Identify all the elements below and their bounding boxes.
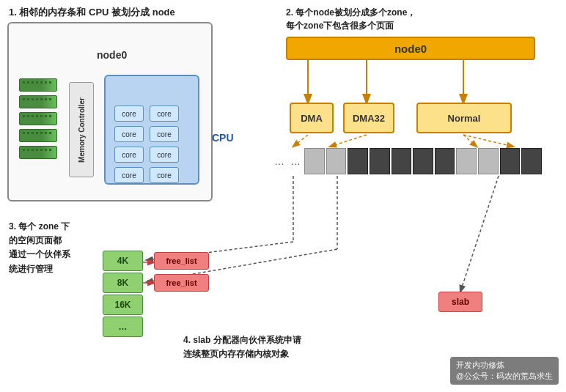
page-8: [456, 148, 477, 174]
cpu-label: CPU: [212, 132, 234, 144]
section3-label: 3. 每个 zone 下的空闲页面都通过一个伙伴系统进行管理: [9, 220, 70, 276]
page-3: [348, 148, 368, 174]
svg-line-11: [463, 135, 477, 147]
core-3: core: [114, 126, 144, 142]
core-5: core: [114, 147, 144, 163]
section2-label: 2. 每个node被划分成多个zone，每个zone下包含很多个页面: [286, 6, 416, 32]
page-11: [521, 148, 542, 174]
svg-line-9: [293, 135, 308, 147]
page-9: [478, 148, 499, 174]
mem-stick-4: [19, 129, 57, 142]
core-2: core: [150, 106, 179, 122]
pages-strip: … …: [271, 147, 543, 176]
svg-line-12: [463, 135, 513, 147]
page-1: [304, 148, 325, 174]
mem-stick-5: [19, 146, 57, 159]
mem-stick-2: [19, 95, 57, 108]
section1-label: 1. 相邻的内存条和 CPU 被划分成 node: [9, 6, 175, 19]
zone-dma32: DMA32: [343, 103, 394, 133]
zone-dma: DMA: [290, 103, 334, 133]
section4-label: 4. slab 分配器向伙伴系统申请连续整页内存存储内核对象: [183, 333, 301, 361]
watermark-text: 开发内功修炼@公众号：码农的荒岛求生: [456, 360, 553, 380]
numa-diagram: node0 Memory Controller CPU core core co…: [7, 22, 213, 201]
dots-left: …: [271, 155, 287, 167]
svg-line-17: [460, 176, 499, 292]
size-dots: …: [103, 317, 143, 337]
page-7: [435, 148, 455, 174]
page-10: [500, 148, 521, 174]
page-6: [413, 148, 433, 174]
zone-normal: Normal: [416, 103, 512, 133]
node0-zone-bar: node0: [286, 37, 535, 60]
node0-left-label: node0: [97, 49, 127, 61]
page-4: [370, 148, 390, 174]
core-8: core: [150, 167, 179, 183]
size-8k: 8K: [103, 273, 143, 293]
memory-controller: Memory Controller: [69, 82, 94, 177]
core-1: core: [114, 106, 144, 122]
mem-stick-1: [19, 78, 57, 92]
size-4k: 4K: [103, 251, 143, 271]
page-5: [392, 148, 412, 174]
slab-box: slab: [438, 292, 482, 312]
core-7: core: [114, 167, 144, 183]
mem-ctrl-label: Memory Controller: [78, 97, 86, 163]
size-16k: 16K: [103, 295, 143, 315]
freelist-2: free_list: [154, 274, 209, 292]
svg-line-10: [330, 135, 367, 147]
cpu-box: CPU core core core core core core core c…: [104, 75, 199, 185]
core-6: core: [150, 147, 179, 163]
freelist-1: free_list: [154, 252, 209, 270]
core-4: core: [150, 126, 179, 142]
watermark: 开发内功修炼@公众号：码农的荒岛求生: [450, 357, 559, 385]
page-2: [326, 148, 347, 174]
mem-stick-3: [19, 112, 57, 125]
dots-left2: …: [287, 155, 304, 167]
